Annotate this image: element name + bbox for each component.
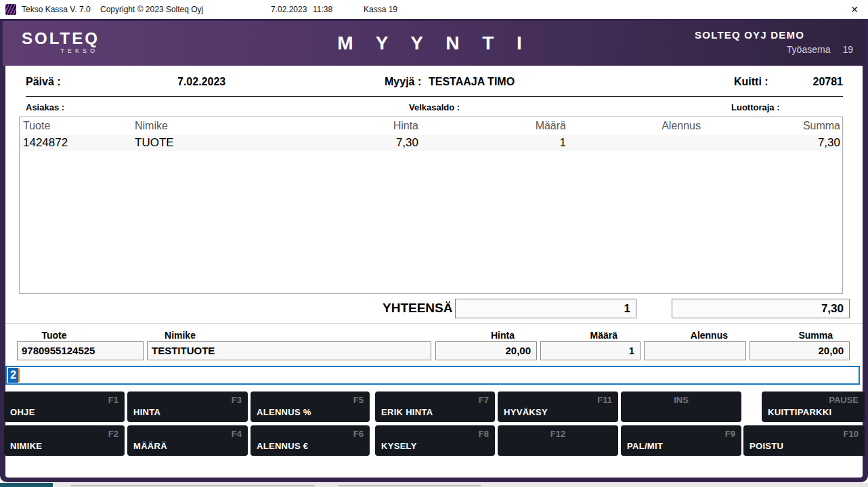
window-title: Tekso Kassa V. 7.0 [22, 0, 91, 19]
key-button-maara[interactable]: MÄÄRÄ F4 [127, 425, 248, 456]
key-name: F7 [479, 395, 489, 405]
total-label: YHTEENSÄ [383, 301, 452, 316]
key-name: PAUSE [829, 395, 859, 405]
seller-value: TESTAAJA TIMO [429, 76, 515, 88]
key-button-hinta[interactable]: HINTA F3 [127, 391, 248, 422]
truncated-text-smudge [71, 485, 315, 486]
key-label: KYSELY [381, 441, 417, 451]
entry-name-label: Nimike [146, 330, 214, 341]
key-name: F4 [232, 429, 242, 439]
key-name: F1 [108, 395, 118, 405]
col-header-product: Tuote [20, 117, 131, 135]
key-name: F6 [353, 429, 364, 439]
date-value: 7.02.2023 [177, 76, 225, 88]
key-name: F5 [353, 395, 364, 405]
title-bar[interactable]: Tekso Kassa V. 7.0 Copyright © 2023 Solt… [0, 0, 868, 19]
app-window: Tekso Kassa V. 7.0 Copyright © 2023 Solt… [0, 0, 868, 487]
entry-quantity-label: Määrä [540, 330, 617, 341]
close-icon[interactable]: ✕ [846, 0, 863, 19]
key-name: F9 [725, 429, 735, 439]
company-name: SOLTEQ OYJ DEMO [695, 29, 853, 41]
key-button-poistu[interactable]: POISTU F10 [743, 425, 865, 456]
workstation-info: Työasema19 [695, 44, 853, 55]
cell-quantity: 1 [420, 135, 568, 151]
credit-label: Luottoraja : [731, 102, 780, 112]
key-button-pal-mit[interactable]: PAL/MIT F9 [621, 425, 741, 456]
header-right-block: SOLTEQ OYJ DEMO Työasema19 [695, 29, 853, 55]
entry-name-field[interactable]: TESTITUOTE [147, 341, 431, 360]
date-label: Päivä : [26, 76, 61, 88]
text-cursor [18, 368, 20, 382]
receipt-value: 20781 [772, 76, 843, 88]
key-label: ERIK HINTA [381, 407, 433, 417]
entry-discount-label: Alennus [644, 330, 728, 341]
command-input[interactable]: 2 [5, 366, 860, 385]
workstation-value: 19 [842, 44, 853, 55]
command-input-selected-text: 2 [8, 368, 18, 383]
divider-light [5, 323, 863, 324]
app-icon [5, 4, 16, 15]
key-name: F10 [844, 429, 859, 439]
entry-product-label: Tuote [20, 330, 88, 341]
col-header-price: Hinta [243, 117, 420, 135]
customer-label: Asiakas : [26, 102, 64, 112]
key-label: HYVÄKSY [504, 407, 548, 417]
key-name: F12 [498, 429, 618, 439]
key-button-hyvaksy[interactable]: HYVÄKSY F11 [498, 391, 618, 422]
entry-sum-field[interactable]: 20,00 [750, 341, 850, 360]
key-label: HINTA [133, 407, 160, 417]
key-button-erik-hinta[interactable]: ERIK HINTA F7 [375, 391, 495, 422]
key-label: OHJE [10, 407, 35, 417]
background-window-strip [0, 483, 868, 487]
total-quantity-field: 1 [455, 299, 636, 318]
key-button-nimike[interactable]: NIMIKE F2 [4, 425, 125, 456]
taskbar-accent-block [0, 483, 53, 487]
divider-line [26, 96, 843, 97]
key-name: INS [621, 395, 741, 405]
key-label: PAL/MIT [627, 441, 663, 451]
key-label: ALENNUS € [257, 441, 308, 451]
key-button-ins[interactable]: INS [621, 391, 741, 422]
items-table: Tuote Nimike Hinta Määrä Alennus Summa 1… [19, 117, 843, 294]
receipt-label: Kuitti : [734, 76, 768, 88]
key-name: F11 [597, 395, 612, 405]
titlebar-register: Kassa 19 [364, 0, 397, 19]
key-button-kuittiparkki[interactable]: KUITTIPARKKI PAUSE [762, 391, 865, 422]
cell-product: 1424872 [20, 135, 131, 151]
seller-label: Myyjä : [385, 76, 421, 88]
col-header-name: Nimike [131, 117, 243, 135]
truncated-text-smudge [339, 485, 481, 486]
key-button-ohje[interactable]: OHJE F1 [4, 391, 125, 422]
key-label: NIMIKE [10, 441, 42, 451]
key-button-alennus-prosentti[interactable]: ALENNUS % F5 [251, 391, 370, 422]
key-label: MÄÄRÄ [133, 441, 167, 451]
total-sum-field: 7,30 [672, 299, 850, 318]
table-row[interactable]: 1424872 TUOTE 7,30 1 7,30 [20, 135, 842, 151]
entry-price-field[interactable]: 20,00 [435, 341, 537, 360]
key-button-f12[interactable]: F12 [498, 425, 618, 456]
col-header-sum: Summa [703, 117, 842, 135]
entry-discount-field[interactable] [644, 341, 746, 360]
app-header: SOLTEQ TEKSO M Y Y N T I SOLTEQ OYJ DEMO… [3, 21, 865, 66]
items-table-header: Tuote Nimike Hinta Määrä Alennus Summa [20, 117, 842, 135]
cell-name: TUOTE [131, 135, 243, 151]
cell-discount [568, 135, 703, 151]
key-label: KUITTIPARKKI [768, 407, 831, 417]
key-button-alennus-euro[interactable]: ALENNUS € F6 [251, 425, 370, 456]
key-name: F2 [108, 429, 118, 439]
col-header-quantity: Määrä [420, 117, 568, 135]
entry-price-label: Hinta [435, 330, 515, 341]
cell-price: 7,30 [243, 135, 420, 151]
workstation-label: Työasema [787, 44, 831, 55]
entry-sum-label: Summa [750, 330, 833, 341]
entry-product-field[interactable]: 9780955124525 [17, 341, 144, 360]
key-name: F8 [479, 429, 489, 439]
key-label: POISTU [750, 441, 783, 451]
titlebar-time: 11:38 [313, 0, 332, 19]
cell-sum: 7,30 [703, 135, 842, 151]
key-button-kysely[interactable]: KYSELY F8 [375, 425, 495, 456]
entry-quantity-field[interactable]: 1 [540, 341, 641, 360]
copyright-text: Copyright © 2023 Solteq Oyj [100, 0, 203, 19]
key-label: ALENNUS % [257, 407, 311, 417]
key-name: F3 [232, 395, 242, 405]
